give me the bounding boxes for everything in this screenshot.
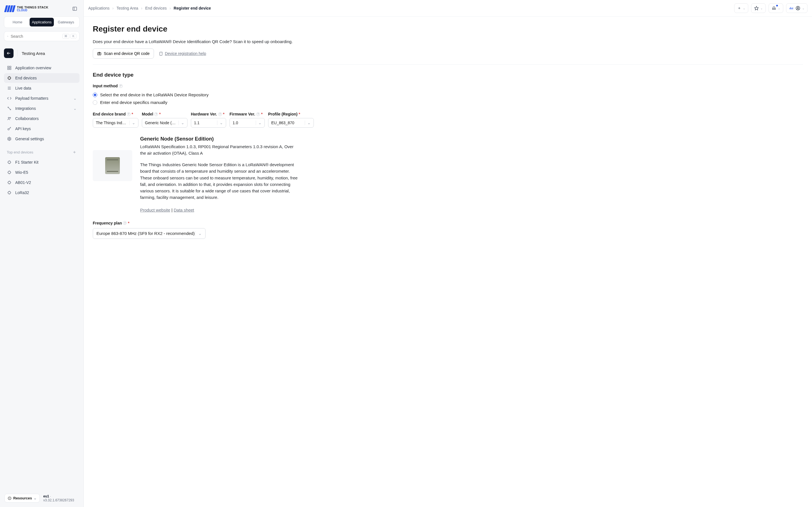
svg-rect-26 <box>8 161 10 163</box>
svg-point-21 <box>10 117 11 118</box>
top-device-item[interactable]: LoRa32 <box>4 188 80 198</box>
svg-point-2 <box>7 36 8 37</box>
product-website-link[interactable]: Product website <box>140 208 170 212</box>
tab-applications[interactable]: Applications <box>30 18 54 26</box>
svg-rect-5 <box>8 66 9 68</box>
tab-gateways[interactable]: Gateways <box>54 18 78 26</box>
info-icon <box>8 496 11 500</box>
star-button[interactable]: ⌄ <box>751 3 766 13</box>
tab-home[interactable]: Home <box>5 18 30 26</box>
users-icon <box>7 116 12 121</box>
chip-icon <box>7 75 12 80</box>
sidebar-item-live-data[interactable]: Live data <box>4 83 80 93</box>
device-image <box>93 150 132 181</box>
radio-unchecked-icon <box>93 100 97 105</box>
inbox-button[interactable]: ⌄ <box>769 3 783 13</box>
chip-icon <box>7 160 12 165</box>
svg-marker-49 <box>755 6 758 10</box>
help-link[interactable]: Device registration help <box>159 51 206 56</box>
crumb-end-devices[interactable]: End devices <box>145 6 167 10</box>
sidebar-item-payload[interactable]: Payload formatters ⌄ <box>4 94 80 103</box>
version-text: eu1 · v3.32.1.6738267293 <box>43 494 79 502</box>
info-icon[interactable]: ? <box>119 84 123 88</box>
svg-rect-31 <box>8 171 10 173</box>
integrations-icon <box>7 106 12 111</box>
search-field[interactable] <box>11 34 60 39</box>
sidebar-item-overview[interactable]: Application overview <box>4 63 80 73</box>
top-device-item[interactable]: F1 Starter Kit <box>4 158 80 167</box>
page-title: Register end device <box>93 24 803 34</box>
sidebar-item-collaborators[interactable]: Collaborators <box>4 114 80 123</box>
data-sheet-link[interactable]: Data sheet <box>174 208 194 212</box>
radio-repository[interactable]: Select the end device in the LoRaWAN Dev… <box>93 91 803 99</box>
select-brand[interactable]: The Things Indu…⌄ <box>93 118 139 128</box>
sidebar-item-label: API keys <box>15 126 31 131</box>
svg-point-18 <box>10 109 11 110</box>
svg-rect-6 <box>10 66 11 68</box>
select-model[interactable]: Generic Node (…⌄ <box>142 118 188 128</box>
code-icon <box>7 96 12 101</box>
grid-icon <box>7 65 12 70</box>
chevron-down-icon: ⌄ <box>802 7 804 10</box>
svg-point-55 <box>797 7 799 8</box>
sidebar-item-label: Integrations <box>15 106 36 111</box>
add-device-icon[interactable]: ＋ <box>72 149 77 155</box>
info-icon[interactable]: ? <box>123 221 126 225</box>
scan-qr-button[interactable]: Scan end device QR code <box>93 48 154 59</box>
svg-rect-7 <box>8 68 9 69</box>
info-icon[interactable]: ? <box>256 112 260 116</box>
side-menu: Application overview End devices Live da… <box>4 63 80 198</box>
search-input[interactable]: ⌘K <box>4 31 80 41</box>
chip-icon <box>7 170 12 175</box>
chevron-down-icon: ⌄ <box>195 231 202 236</box>
nav-tabs: Home Applications Gateways <box>4 16 80 28</box>
sidebar-item-label: General settings <box>15 136 44 141</box>
sidebar-item-label: End devices <box>15 76 37 80</box>
select-firmware-version[interactable]: 1.0⌄ <box>230 118 265 128</box>
sidebar-item-integrations[interactable]: Integrations ⌄ <box>4 104 80 113</box>
user-icon <box>795 6 801 11</box>
chevron-down-icon: ⌄ <box>743 7 745 10</box>
brand-logo[interactable]: THE THINGS STACK CLOUD <box>5 5 49 12</box>
search-shortcut: ⌘K <box>62 34 77 39</box>
resources-button[interactable]: Resources ⌄ <box>4 494 40 503</box>
select-frequency-plan[interactable]: Europe 863-870 MHz (SF9 for RX2 - recomm… <box>93 228 206 239</box>
brand-title: THE THINGS STACK <box>17 6 49 9</box>
radio-checked-icon <box>93 93 97 97</box>
gear-icon <box>7 136 12 142</box>
chevron-down-icon: ⌄ <box>73 106 77 111</box>
chevron-down-icon: ⌄ <box>760 7 763 10</box>
chevron-down-icon: ⌄ <box>305 121 311 125</box>
chevron-down-icon: ⌄ <box>256 121 262 125</box>
crumb-applications[interactable]: Applications <box>88 6 110 10</box>
top-device-item[interactable]: AB01-V2 <box>4 178 80 187</box>
select-profile-region[interactable]: EU_863_870⌄ <box>268 118 314 128</box>
info-icon[interactable]: ? <box>154 112 158 116</box>
input-method-label: Input method <box>93 83 118 88</box>
crumb-testing-area[interactable]: Testing Area <box>116 6 138 10</box>
device-description: The Things Industries Generic Node Senso… <box>140 161 298 201</box>
back-button[interactable] <box>4 48 13 58</box>
section-end-device-type: End device type <box>93 72 803 78</box>
svg-rect-41 <box>8 191 10 194</box>
sidebar-item-api-keys[interactable]: API keys <box>4 124 80 133</box>
device-spec: LoRaWAN Specification 1.0.3, RP001 Regio… <box>140 144 298 156</box>
svg-point-17 <box>8 107 9 108</box>
user-menu-button[interactable]: ⌄ <box>786 3 808 13</box>
select-hardware-version[interactable]: 1.1⌄ <box>191 118 226 128</box>
logo-icon <box>4 5 15 12</box>
sidebar-item-end-devices[interactable]: End devices <box>4 73 80 83</box>
sidebar-item-settings[interactable]: General settings <box>4 134 80 144</box>
svg-line-24 <box>10 128 11 128</box>
collapse-sidebar-icon[interactable] <box>71 5 79 12</box>
svg-rect-9 <box>8 77 10 79</box>
info-icon[interactable]: ? <box>218 112 222 116</box>
radio-manual[interactable]: Enter end device specifics manually <box>93 99 803 106</box>
sidebar-item-label: Collaborators <box>15 116 39 121</box>
info-icon[interactable]: ? <box>127 112 131 116</box>
add-button[interactable]: ＋⌄ <box>734 3 748 13</box>
list-icon <box>7 86 12 91</box>
svg-rect-56 <box>98 53 101 55</box>
chevron-down-icon: ⌄ <box>34 496 37 500</box>
top-device-item[interactable]: Wio-E5 <box>4 168 80 177</box>
